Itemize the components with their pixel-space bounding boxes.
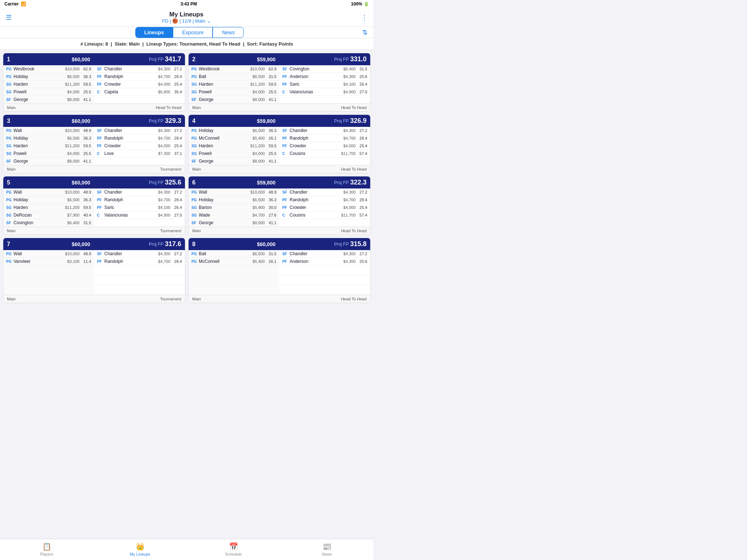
player-row[interactable]: SF Chandler $4,300 27.2 <box>94 127 185 135</box>
player-row[interactable] <box>3 285 94 295</box>
player-pos: PF <box>97 144 104 148</box>
player-row[interactable]: PF Anderson $4,300 25.6 <box>279 258 370 265</box>
player-row[interactable]: PF Randolph $4,700 28.4 <box>94 73 185 81</box>
lineup-card-3[interactable]: 3 $60,000 Proj FP 329.3 PG Wall $10,000 … <box>3 114 185 173</box>
player-row[interactable]: PG Wall $10,000 48.9 <box>189 188 279 196</box>
player-row[interactable] <box>3 275 94 285</box>
player-row[interactable]: PG Vanvleet $3,100 11.4 <box>3 258 94 265</box>
player-row[interactable]: SG Harden $11,200 59.5 <box>189 142 279 150</box>
player-fp: 57.4 <box>356 151 367 156</box>
player-row[interactable]: C Love $7,300 37.1 <box>94 150 185 158</box>
player-row[interactable]: SG Powell $4,000 25.5 <box>3 88 94 96</box>
player-row[interactable]: SG Powell $4,000 25.5 <box>189 88 279 96</box>
player-row[interactable] <box>189 275 279 285</box>
player-row[interactable]: SF Chandler $4,300 27.2 <box>279 188 370 196</box>
player-row[interactable]: C Capela $6,800 35.4 <box>94 88 185 96</box>
player-row[interactable]: C Valanciunas $4,900 27.0 <box>94 211 185 219</box>
player-row[interactable]: SF Chandler $4,300 27.2 <box>94 250 185 258</box>
menu-button[interactable]: ☰ <box>6 13 12 22</box>
player-row[interactable]: PG McConnell $5,400 26.1 <box>189 258 279 265</box>
player-row[interactable]: PF Crowder $4,000 25.4 <box>94 142 185 150</box>
player-fp: 59.5 <box>265 144 276 148</box>
player-row[interactable]: PG Ball $6,500 31.5 <box>189 250 279 258</box>
player-row[interactable]: PG Holiday $6,500 36.3 <box>3 135 94 142</box>
player-row[interactable] <box>279 265 370 275</box>
player-fp: 41.1 <box>80 159 91 163</box>
player-row[interactable]: PF Randolph $4,700 28.4 <box>279 196 370 204</box>
player-row[interactable]: SG Harden $11,200 59.5 <box>3 204 94 211</box>
lineup-card-2[interactable]: 2 $59,900 Proj FP 331.0 PG Westbrook $10… <box>188 53 371 112</box>
player-row[interactable]: PG Westbrook $10,500 62.9 <box>3 65 94 73</box>
player-pos: PF <box>97 206 104 210</box>
player-row[interactable]: C Valanciunas $4,900 27.0 <box>279 88 370 96</box>
player-row[interactable]: PF Randolph $4,700 28.4 <box>94 258 185 265</box>
player-row[interactable]: SF Chandler $4,300 27.2 <box>279 250 370 258</box>
player-row[interactable]: PG Holiday $6,500 36.3 <box>3 196 94 204</box>
player-row[interactable] <box>3 265 94 275</box>
player-fp: 27.2 <box>170 67 182 71</box>
player-row[interactable]: C Cousins $11,700 57.4 <box>279 150 370 158</box>
player-fp: 27.2 <box>356 190 367 194</box>
lineup-card-7[interactable]: 7 $60,000 Proj FP 317.6 PG Wall $10,000 … <box>3 238 185 303</box>
more-button[interactable]: ⋮ <box>361 13 368 22</box>
player-row[interactable]: SF Chandler $4,300 27.2 <box>94 188 185 196</box>
player-row[interactable] <box>94 265 185 275</box>
lineup-card-5[interactable]: 5 $60,000 Proj FP 325.6 PG Wall $10,000 … <box>3 176 185 235</box>
player-row[interactable]: PF Crowder $4,000 25.4 <box>94 81 185 88</box>
player-row[interactable]: SF George $8,000 41.1 <box>189 96 279 104</box>
proj-fp-value: 331.0 <box>350 55 367 63</box>
player-row[interactable]: SG Harden $11,200 59.5 <box>3 142 94 150</box>
player-pos: PG <box>191 190 199 194</box>
player-row[interactable]: SF Chandler $4,300 27.2 <box>279 127 370 135</box>
player-row[interactable]: SG Powell $4,000 25.5 <box>3 150 94 158</box>
player-row[interactable] <box>94 275 185 285</box>
player-row[interactable]: SF Covington $6,400 31.5 <box>3 219 94 227</box>
player-row[interactable]: PG Holiday $6,500 36.3 <box>3 73 94 81</box>
player-row[interactable]: PG Ball $6,500 31.5 <box>189 73 279 81</box>
player-row[interactable]: PG McConnell $5,400 26.1 <box>189 135 279 142</box>
lineup-card-4[interactable]: 4 $59,800 Proj FP 326.9 PG Holiday $6,50… <box>188 114 371 173</box>
player-row[interactable]: PG Holiday $6,500 36.3 <box>189 127 279 135</box>
player-row[interactable]: PF Randolph $4,700 28.4 <box>279 135 370 142</box>
player-row[interactable]: SF Covington $6,400 31.5 <box>279 65 370 73</box>
player-row[interactable]: PG Westbrook $10,500 62.9 <box>189 65 279 73</box>
player-row[interactable]: PG Wall $10,000 48.9 <box>3 250 94 258</box>
player-row[interactable]: SF George $8,000 41.1 <box>3 96 94 104</box>
adjustments-icon[interactable]: ⇅ <box>362 28 368 36</box>
player-row[interactable]: SG Wade $4,700 27.6 <box>189 211 279 219</box>
player-row[interactable]: SF George $8,000 41.1 <box>189 219 279 227</box>
tab-news[interactable]: News <box>213 27 244 38</box>
player-row[interactable]: SG DeRozan $7,900 40.4 <box>3 211 94 219</box>
player-row[interactable]: PF Crowder $4,000 25.4 <box>279 142 370 150</box>
lineup-slate: Main <box>192 229 201 233</box>
header-subtitle[interactable]: FD | 🏀 | 11/9 | Main ⌄ <box>12 18 361 24</box>
player-row[interactable] <box>189 285 279 295</box>
player-row[interactable]: PF Randolph $4,700 28.4 <box>94 135 185 142</box>
player-row[interactable]: SF Chandler $4,300 27.2 <box>94 65 185 73</box>
player-row[interactable]: SG Barton $5,900 30.0 <box>189 204 279 211</box>
tab-lineups[interactable]: Lineups <box>135 27 173 38</box>
player-row[interactable]: PF Anderson $4,300 25.6 <box>279 73 370 81</box>
player-row[interactable]: SF George $8,000 41.1 <box>3 158 94 165</box>
player-row[interactable]: PG Wall $10,000 48.9 <box>3 188 94 196</box>
player-fp: 28.4 <box>170 198 182 202</box>
player-row[interactable]: PF Saric $4,100 26.4 <box>94 204 185 211</box>
lineup-card-8[interactable]: 8 $60,000 Proj FP 315.8 PG Ball $6,500 3… <box>188 238 371 303</box>
player-row[interactable] <box>189 265 279 275</box>
player-row[interactable]: PG Holiday $6,500 36.3 <box>189 196 279 204</box>
player-row[interactable]: SG Harden $11,200 59.5 <box>189 81 279 88</box>
player-row[interactable]: SF George $8,000 41.1 <box>189 158 279 165</box>
player-row[interactable]: PF Randolph $4,700 28.4 <box>94 196 185 204</box>
player-row[interactable]: SG Powell $4,000 25.5 <box>189 150 279 158</box>
player-row[interactable]: PG Wall $10,000 48.9 <box>3 127 94 135</box>
player-row[interactable] <box>279 275 370 285</box>
tab-exposure[interactable]: Exposure <box>173 27 213 38</box>
player-salary: $4,100 <box>152 205 170 210</box>
lineup-salary: $60,000 <box>13 180 149 186</box>
player-row[interactable]: C Cousins $11,700 57.4 <box>279 211 370 219</box>
lineup-card-1[interactable]: 1 $60,000 Proj FP 341.7 PG Westbrook $10… <box>3 53 185 112</box>
player-row[interactable]: SG Harden $11,200 59.5 <box>3 81 94 88</box>
player-row[interactable]: PF Crowder $4,000 25.4 <box>279 204 370 211</box>
lineup-card-6[interactable]: 6 $59,800 Proj FP 322.3 PG Wall $10,000 … <box>188 176 371 235</box>
player-row[interactable]: PF Saric $4,100 26.4 <box>279 81 370 88</box>
